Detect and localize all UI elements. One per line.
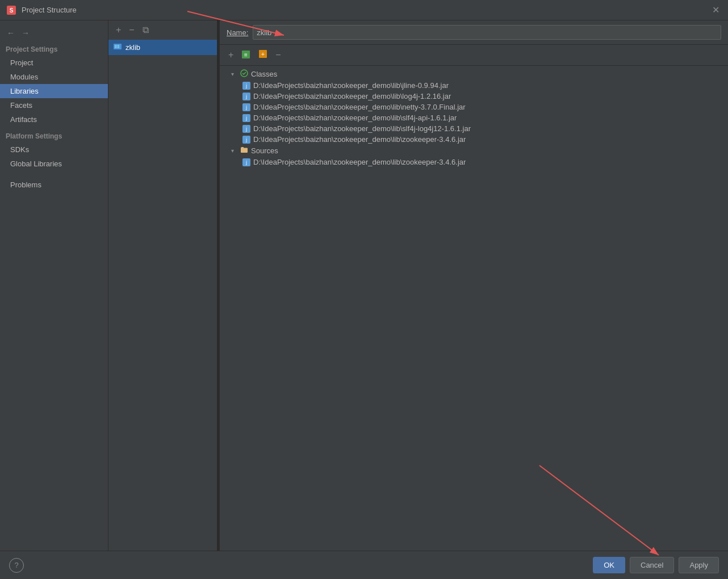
tree-row[interactable]: j D:\IdeaProjects\baizhan\zookeeper_demo… <box>220 157 728 167</box>
jar-path-2: D:\IdeaProjects\baizhan\zookeeper_demo\l… <box>253 92 451 100</box>
jar-path-7: D:\IdeaProjects\baizhan\zookeeper_demo\l… <box>253 158 466 166</box>
add-sources-button[interactable]: + <box>256 48 270 62</box>
jar-icon: j <box>242 125 250 133</box>
svg-text:≡: ≡ <box>244 52 248 58</box>
title-bar-left: S Project Structure <box>6 5 77 16</box>
jar-path-6: D:\IdeaProjects\baizhan\zookeeper_demo\l… <box>253 135 466 144</box>
name-label: Name: <box>227 28 248 37</box>
sidebar-item-facets[interactable]: Facets <box>0 98 108 112</box>
sidebar-item-sdks[interactable]: SDKs <box>0 142 108 157</box>
tree-row[interactable]: j D:\IdeaProjects\baizhan\zookeeper_demo… <box>220 112 728 123</box>
jar-path-3: D:\IdeaProjects\baizhan\zookeeper_demo\l… <box>253 103 466 111</box>
bottom-right: OK Cancel Apply <box>593 557 719 573</box>
tree-row[interactable]: j D:\IdeaProjects\baizhan\zookeeper_demo… <box>220 123 728 134</box>
library-item-label: zklib <box>125 43 140 52</box>
tree-row[interactable]: j D:\IdeaProjects\baizhan\zookeeper_demo… <box>220 80 728 91</box>
sources-chevron: ▾ <box>231 148 238 154</box>
sidebar-item-libraries[interactable]: Libraries <box>0 84 108 98</box>
jar-icon: j <box>242 103 250 111</box>
classes-chevron: ▾ <box>231 71 238 77</box>
title-bar: S Project Structure ✕ <box>0 0 728 20</box>
sidebar-item-global-libraries[interactable]: Global Libraries <box>0 157 108 171</box>
forward-button[interactable]: → <box>19 27 32 39</box>
tree-row[interactable]: j D:\IdeaProjects\baizhan\zookeeper_demo… <box>220 91 728 102</box>
svg-text:S: S <box>10 7 14 14</box>
content-toolbar: + ≡ + − <box>220 45 728 66</box>
add-library-button[interactable]: + <box>113 24 124 36</box>
cancel-button[interactable]: Cancel <box>630 557 674 573</box>
copy-library-button[interactable]: ⧉ <box>140 24 152 36</box>
sidebar-item-artifacts[interactable]: Artifacts <box>0 112 108 127</box>
sources-group-node[interactable]: ▾ Sources <box>220 145 728 157</box>
jar-icon: j <box>242 93 250 100</box>
jar-icon: j <box>242 158 250 166</box>
right-panel: Name: + ≡ + − <box>220 20 728 551</box>
tree-row[interactable]: j D:\IdeaProjects\baizhan\zookeeper_demo… <box>220 102 728 112</box>
svg-rect-3 <box>115 45 116 48</box>
folder-icon <box>240 146 248 156</box>
close-button[interactable]: ✕ <box>709 3 722 17</box>
jar-icon: j <box>242 82 250 90</box>
app-icon: S <box>6 5 17 16</box>
jar-path-1: D:\IdeaProjects\baizhan\zookeeper_demo\l… <box>253 81 449 90</box>
classes-icon <box>240 69 248 79</box>
apply-button[interactable]: Apply <box>679 557 719 573</box>
name-input[interactable] <box>253 25 721 40</box>
classes-group-node[interactable]: ▾ Classes <box>220 68 728 80</box>
sources-label: Sources <box>251 146 278 155</box>
svg-rect-4 <box>116 45 118 48</box>
jar-icon: j <box>242 136 250 144</box>
add-classes-button[interactable]: ≡ <box>239 49 253 62</box>
tree-content: ▾ Classes j D:\IdeaProjects\baizhan\zook… <box>220 66 728 551</box>
remove-root-button[interactable]: − <box>273 49 283 61</box>
sidebar-item-modules[interactable]: Modules <box>0 70 108 84</box>
jar-icon: j <box>242 114 250 122</box>
project-settings-header: Project Settings <box>0 43 108 56</box>
svg-rect-5 <box>118 45 119 48</box>
sidebar-item-problems[interactable]: Problems <box>0 178 108 192</box>
jar-path-5: D:\IdeaProjects\baizhan\zookeeper_demo\l… <box>253 124 471 133</box>
nav-buttons: ← → <box>0 25 108 43</box>
add-root-button[interactable]: + <box>225 49 236 61</box>
content-area: + − ⧉ zklib <box>108 20 728 551</box>
window-title: Project Structure <box>22 6 77 14</box>
svg-text:+: + <box>261 51 265 57</box>
jar-path-4: D:\IdeaProjects\baizhan\zookeeper_demo\l… <box>253 114 457 122</box>
bottom-bar: ? OK Cancel Apply <box>0 551 728 579</box>
ok-button[interactable]: OK <box>593 557 625 573</box>
library-list-toolbar: + − ⧉ <box>108 20 217 40</box>
library-item-zklib[interactable]: zklib <box>108 40 217 55</box>
library-bar-icon <box>113 42 122 53</box>
remove-library-button[interactable]: − <box>126 24 137 36</box>
classes-label: Classes <box>251 70 277 78</box>
library-list: + − ⧉ zklib <box>108 20 217 551</box>
back-button[interactable]: ← <box>5 27 17 39</box>
sidebar: ← → Project Settings Project Modules Lib… <box>0 20 108 551</box>
sidebar-item-project[interactable]: Project <box>0 56 108 70</box>
platform-settings-header: Platform Settings <box>0 127 108 142</box>
name-label-text: Name: <box>227 28 248 37</box>
help-button[interactable]: ? <box>9 558 24 573</box>
bottom-left: ? <box>9 558 24 573</box>
main-layout: ← → Project Settings Project Modules Lib… <box>0 20 728 551</box>
tree-row[interactable]: j D:\IdeaProjects\baizhan\zookeeper_demo… <box>220 134 728 145</box>
name-bar: Name: <box>220 20 728 45</box>
